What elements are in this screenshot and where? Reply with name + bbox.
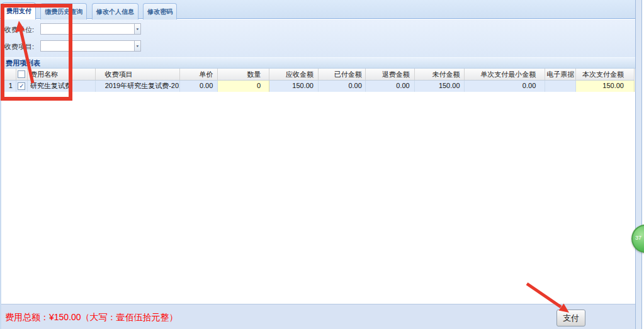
cell-paid: 0.00 bbox=[319, 81, 366, 92]
right-scroll-strip[interactable] bbox=[635, 0, 642, 329]
charge-item-combo: ▼ bbox=[40, 40, 141, 52]
table-row[interactable]: 1 ✓ 研究生复试费 2019年研究生复试费-2019年研究生... 0.00 … bbox=[1, 81, 635, 92]
charge-unit-label: 收费单位: bbox=[4, 25, 34, 35]
cell-quantity-editable[interactable]: 0 bbox=[218, 81, 269, 92]
cell-e-invoice bbox=[545, 81, 576, 92]
col-header-fee-name[interactable]: 费用名称 bbox=[28, 69, 96, 80]
chevron-down-icon: ▼ bbox=[135, 27, 139, 31]
cell-refund: 0.00 bbox=[366, 81, 415, 92]
charge-item-input[interactable] bbox=[41, 41, 134, 51]
pay-button[interactable]: 支付 bbox=[556, 309, 585, 326]
cell-min-payment: 0.00 bbox=[465, 81, 546, 92]
chevron-down-icon: ▼ bbox=[135, 44, 139, 48]
col-header-e-invoice[interactable]: 电子票据 bbox=[545, 69, 576, 80]
check-icon: ✓ bbox=[19, 82, 24, 89]
grid-header-row: 费用名称 收费项目 单价 数量 应收金额 已付金额 退费金额 未付金额 单次支付… bbox=[1, 69, 635, 81]
cell-fee-name: 研究生复试费 bbox=[28, 81, 96, 92]
tab-bar: 费用支付 缴费历史查询 修改个人信息 修改密码 bbox=[0, 0, 635, 19]
row-checkbox-checked[interactable]: ✓ bbox=[18, 82, 25, 90]
cell-current-payment-editable[interactable]: 150.00 bbox=[576, 81, 635, 92]
query-form: 收费单位: ▼ 收费项目: ▼ bbox=[1, 20, 635, 57]
total-amount-text: 费用总额：¥150.00（大写：壹佰伍拾元整） bbox=[5, 312, 178, 323]
col-header-refund[interactable]: 退费金额 bbox=[366, 69, 415, 80]
tab-payment-history[interactable]: 缴费历史查询 bbox=[40, 3, 87, 20]
fee-payment-app: 费用支付 缴费历史查询 修改个人信息 修改密码 收费单位: ▼ 收费项目: ▼ … bbox=[0, 0, 644, 329]
charge-item-dropdown-trigger[interactable]: ▼ bbox=[134, 41, 140, 51]
charge-unit-input[interactable] bbox=[41, 24, 134, 34]
col-header-charge-item[interactable]: 收费项目 bbox=[96, 69, 181, 80]
cell-receivable: 150.00 bbox=[269, 81, 319, 92]
cell-charge-item: 2019年研究生复试费-2019年研究生... bbox=[96, 81, 181, 92]
charge-unit-combo: ▼ bbox=[40, 23, 141, 35]
tab-change-password[interactable]: 修改密码 bbox=[143, 3, 177, 20]
col-header-min-payment[interactable]: 单次支付最小金额 bbox=[465, 69, 546, 80]
panel-left-border bbox=[0, 20, 1, 329]
charge-unit-dropdown-trigger[interactable]: ▼ bbox=[134, 24, 140, 34]
footer-bar: 费用总额：¥150.00（大写：壹佰伍拾元整） 支付 bbox=[0, 304, 635, 329]
cell-unit-price: 0.00 bbox=[180, 81, 218, 92]
tab-edit-personal-info[interactable]: 修改个人信息 bbox=[92, 3, 138, 20]
grid-body-empty-area bbox=[1, 92, 635, 304]
row-number: 1 bbox=[1, 81, 16, 92]
charge-item-label: 收费项目: bbox=[4, 42, 34, 52]
col-header-unit-price[interactable]: 单价 bbox=[180, 69, 218, 80]
cell-unpaid: 150.00 bbox=[415, 81, 465, 92]
col-header-unpaid[interactable]: 未付金额 bbox=[415, 69, 465, 80]
fee-list-panel-header: 费用项列表 bbox=[1, 57, 635, 69]
col-header-quantity[interactable]: 数量 bbox=[218, 69, 269, 80]
select-all-cell bbox=[16, 69, 28, 80]
col-header-current-payment[interactable]: 本次支付金额 bbox=[576, 69, 635, 80]
rownum-header-cell bbox=[1, 69, 16, 80]
tab-fee-payment[interactable]: 费用支付 bbox=[2, 3, 36, 20]
col-header-receivable[interactable]: 应收金额 bbox=[269, 69, 319, 80]
col-header-paid[interactable]: 已付金额 bbox=[319, 69, 366, 80]
badge-count: 37 bbox=[635, 235, 641, 241]
select-all-checkbox[interactable] bbox=[18, 70, 25, 78]
row-select-cell: ✓ bbox=[16, 81, 28, 92]
